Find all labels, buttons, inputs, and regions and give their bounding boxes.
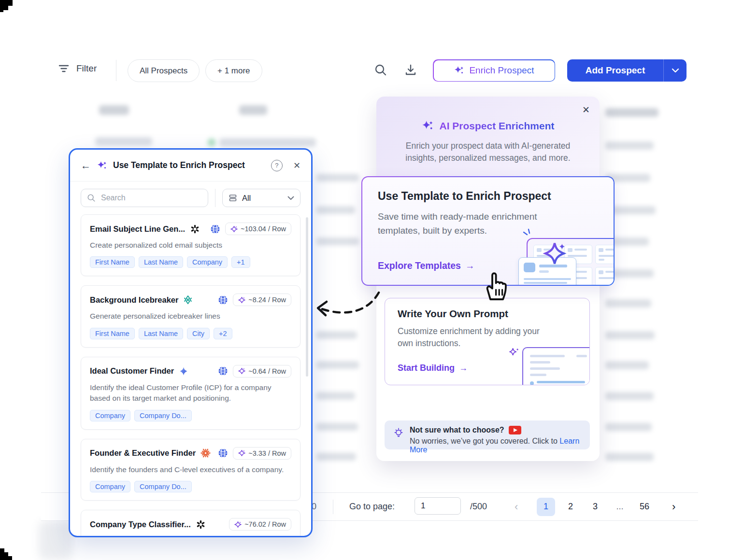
filter-button[interactable]: Filter — [58, 63, 97, 74]
page-number-56[interactable]: 56 — [635, 498, 654, 516]
search-divider — [215, 189, 215, 207]
input-column-tag: City — [187, 328, 210, 339]
globe-icon — [218, 295, 228, 305]
input-column-tag: +2 — [214, 328, 232, 339]
cost-value: ~0.64 / Row — [248, 367, 286, 375]
page-number-1[interactable]: 1 — [537, 498, 555, 516]
template-list-item[interactable]: Company Type Classifier...~76.02 / RowGe… — [81, 510, 300, 537]
filter-label: Filter — [76, 63, 97, 74]
chip-more-filters[interactable]: + 1 more — [205, 59, 262, 82]
openai-icon — [190, 224, 200, 234]
credit-diamond-icon — [238, 367, 245, 375]
app-canvas: Filter All Prospects + 1 more Enrich Pro… — [0, 0, 744, 560]
use-template-card[interactable]: Use Template to Enrich Prospect Save tim… — [361, 176, 615, 286]
goto-page-label: Go to page: — [349, 493, 395, 520]
openai-icon — [196, 519, 206, 530]
cost-value: ~8.24 / Row — [248, 296, 286, 304]
add-prospect-dropdown[interactable] — [664, 68, 687, 73]
lightbulb-icon — [393, 427, 404, 439]
write-prompt-title: Write Your Own Prompt — [398, 308, 508, 320]
template-description: Generate personalized icebreaker lines — [90, 311, 291, 322]
enrich-prospect-button[interactable]: Enrich Prospect — [433, 59, 555, 82]
explore-templates-link[interactable]: Explore Templates→ — [378, 260, 474, 271]
template-list-item[interactable]: Ideal Customer Finder ~0.64 / RowIdentif… — [81, 357, 300, 430]
input-column-tag: First Name — [90, 256, 135, 268]
globe-icon — [218, 448, 228, 458]
template-search-box[interactable] — [81, 189, 208, 207]
write-prompt-card[interactable]: Write Your Own Prompt Customize enrichme… — [385, 298, 590, 385]
credit-diamond-icon — [238, 296, 245, 304]
template-name: Company Type Classifier... — [90, 520, 191, 529]
cost-per-row-badge: ~0.64 / Row — [233, 365, 291, 378]
credit-diamond-icon — [234, 521, 242, 528]
arrow-right-icon: → — [465, 260, 475, 271]
template-name: Background Icebreaker — [90, 295, 178, 305]
template-tags: CompanyCompany Do... — [90, 410, 291, 421]
enrich-prospect-label: Enrich Prospect — [469, 65, 534, 76]
input-column-tag: Company — [90, 481, 130, 492]
credit-diamond-icon — [230, 225, 238, 233]
globe-icon — [218, 366, 228, 376]
add-prospect-button[interactable]: Add Prospect — [567, 59, 687, 82]
sparkle-icon — [508, 347, 520, 359]
help-heading: Not sure what to choose? — [410, 426, 504, 434]
input-column-tag: Company Do... — [134, 410, 192, 421]
cost-per-row-badge: ~8.24 / Row — [233, 294, 291, 306]
category-filter-value: All — [242, 194, 283, 203]
filter-icon — [58, 63, 70, 74]
template-list-item[interactable]: Background Icebreaker ~8.24 / RowGenerat… — [81, 285, 300, 347]
template-list-item[interactable]: Founder & Executive Finder ~3.33 / RowId… — [81, 439, 300, 501]
modal-close-icon[interactable]: ✕ — [293, 160, 300, 171]
sparkle-icon — [97, 160, 107, 171]
sparkle-icon — [421, 120, 434, 132]
next-page-chevron[interactable]: › — [672, 493, 675, 520]
globe-icon — [210, 224, 220, 234]
panel-close-icon[interactable]: ✕ — [582, 104, 590, 115]
cost-value: ~3.33 / Row — [248, 449, 286, 457]
template-list: Email Subject Line Gen... ~103.04 / RowC… — [70, 214, 311, 537]
blue-sparkle-icon — [179, 366, 188, 376]
modal-search-row: All — [70, 182, 311, 214]
toolbar-divider — [116, 60, 116, 81]
start-building-link[interactable]: Start Building→ — [398, 363, 468, 373]
chip-all-prospects[interactable]: All Prospects — [128, 59, 200, 82]
input-column-tag: First Name — [90, 328, 135, 339]
template-name: Ideal Customer Finder — [90, 366, 174, 376]
cost-value: ~103.04 / Row — [241, 225, 286, 233]
teal-mark-icon — [183, 295, 193, 305]
search-icon — [87, 194, 96, 202]
help-icon[interactable]: ? — [271, 160, 283, 171]
panel-subtitle: Enrich your prospect data with AI-genera… — [396, 140, 580, 165]
download-button[interactable] — [404, 63, 417, 77]
use-template-modal: ← Use Template to Enrich Prospect ? ✕ — [69, 148, 313, 537]
category-filter-select[interactable]: All — [222, 189, 300, 207]
modal-header: ← Use Template to Enrich Prospect ? ✕ — [70, 150, 311, 182]
youtube-icon[interactable] — [509, 426, 521, 434]
cost-value: ~76.02 / Row — [244, 520, 286, 528]
help-bar: Not sure what to choose? No worries, we’… — [385, 420, 590, 449]
prev-page-chevron[interactable]: ‹ — [515, 493, 518, 520]
page-number-2[interactable]: 2 — [561, 498, 580, 516]
rows-icon — [229, 194, 237, 202]
back-arrow-icon[interactable]: ← — [81, 160, 91, 171]
template-description: Identify the ideal Customer Profile (ICP… — [90, 382, 291, 404]
template-search-input[interactable] — [100, 193, 202, 203]
input-column-tag: Last Name — [139, 256, 183, 268]
input-column-tag: Company — [90, 410, 130, 421]
page-number-list: 123...56 — [537, 493, 654, 520]
template-name: Email Subject Line Gen... — [90, 224, 185, 234]
cost-per-row-badge: ~103.04 / Row — [225, 223, 291, 235]
chevron-down-icon — [287, 196, 294, 200]
page-number-3[interactable]: 3 — [586, 498, 604, 516]
input-column-tag: Company — [187, 256, 228, 268]
pagination-divider — [333, 500, 333, 514]
help-text: No worries, we’ve got you covered. Click… — [410, 437, 558, 445]
use-template-description: Save time with ready-made enrichment tem… — [378, 210, 566, 238]
search-button[interactable] — [374, 63, 387, 77]
add-prospect-label: Add Prospect — [567, 65, 663, 76]
template-tags: First NameLast NameCompany+1 — [90, 256, 291, 268]
template-list-item[interactable]: Email Subject Line Gen... ~103.04 / RowC… — [81, 214, 300, 276]
chevron-down-icon — [672, 68, 679, 73]
modal-scrollbar[interactable] — [306, 217, 308, 377]
page-input[interactable] — [415, 497, 461, 515]
